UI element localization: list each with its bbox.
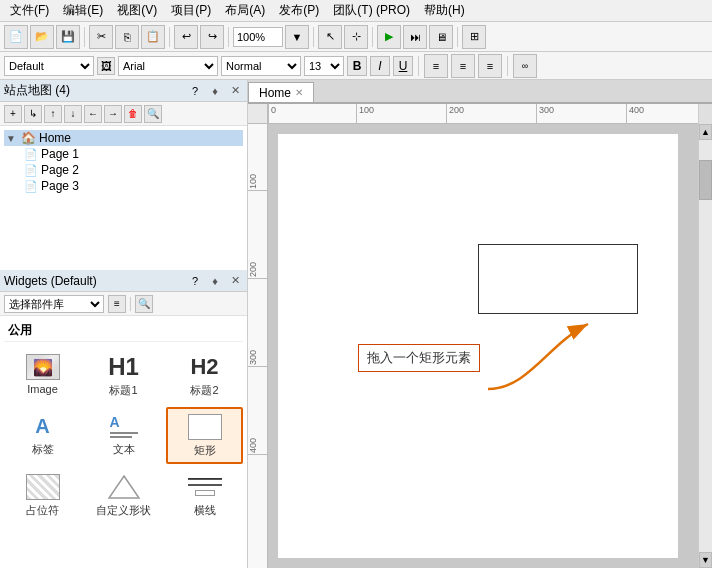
tab-home[interactable]: Home ✕ (248, 82, 314, 102)
redo-button[interactable]: ↪ (200, 25, 224, 49)
widgets-close-button[interactable]: ✕ (227, 273, 243, 289)
color-button[interactable]: ∞ (513, 54, 537, 78)
ruler-horizontal: 0 100 200 300 400 (268, 104, 698, 124)
menu-team[interactable]: 团队(T) (PRO) (327, 0, 416, 21)
home-icon: 🏠 (21, 131, 36, 145)
select2-button[interactable]: ⊹ (344, 25, 368, 49)
tree-node-page2[interactable]: 📄 Page 2 (4, 162, 243, 178)
play2-button[interactable]: ⏭ (403, 25, 427, 49)
size-select[interactable]: 13 (304, 56, 344, 76)
menu-layout[interactable]: 布局(A) (219, 0, 271, 21)
cut-button[interactable]: ✂ (89, 25, 113, 49)
menu-publish[interactable]: 发布(P) (273, 0, 325, 21)
widget-custom-shape[interactable]: 自定义形状 (85, 468, 162, 523)
underline-button[interactable]: U (393, 56, 413, 76)
menu-edit[interactable]: 编辑(E) (57, 0, 109, 21)
widgets-help-button[interactable]: ? (187, 273, 203, 289)
sitemap-add-child-button[interactable]: ↳ (24, 105, 42, 123)
select-button[interactable]: ↖ (318, 25, 342, 49)
widgets-menu-button[interactable]: ≡ (108, 295, 126, 313)
menu-file[interactable]: 文件(F) (4, 0, 55, 21)
paste-button[interactable]: 📋 (141, 25, 165, 49)
sitemap-down-button[interactable]: ↓ (64, 105, 82, 123)
sitemap-search-button[interactable]: 🔍 (144, 105, 162, 123)
align-center-button[interactable]: ≡ (451, 54, 475, 78)
tree-node-page3[interactable]: 📄 Page 3 (4, 178, 243, 194)
sitemap-delete-button[interactable]: 🗑 (124, 105, 142, 123)
ruler-v-tick-400: 400 (248, 438, 268, 455)
bold-button[interactable]: B (347, 56, 367, 76)
widget-h2[interactable]: H2 标题2 (166, 348, 243, 403)
sitemap-title: 站点地图 (4) (4, 82, 183, 99)
undo-button[interactable]: ↩ (174, 25, 198, 49)
page2-icon: 📄 (24, 164, 38, 177)
widget-hline[interactable]: 横线 (166, 468, 243, 523)
rect-icon-shape (188, 414, 222, 440)
widgets-title: Widgets (Default) (4, 274, 183, 288)
sitemap-add-button[interactable]: + (4, 105, 22, 123)
save-button[interactable]: 💾 (56, 25, 80, 49)
vertical-scrollbar[interactable]: ▲ ▼ (698, 124, 712, 568)
preview-button[interactable]: 🖥 (429, 25, 453, 49)
widgets-panel: Widgets (Default) ? ♦ ✕ 选择部件库 ≡ 🔍 公用 (0, 270, 247, 568)
style-icon-button[interactable]: 🖼 (97, 57, 115, 75)
font-select[interactable]: Arial (118, 56, 218, 76)
widgets-sep (130, 297, 131, 311)
sitemap-move-right-button[interactable]: → (104, 105, 122, 123)
scrollbar-up-button[interactable]: ▲ (699, 124, 712, 140)
align-left-button[interactable]: ≡ (424, 54, 448, 78)
ruler-v-tick-200: 200 (248, 262, 268, 279)
hline-mid (188, 484, 222, 486)
style-select[interactable]: Default (4, 56, 94, 76)
new-button[interactable]: 📄 (4, 25, 28, 49)
open-button[interactable]: 📂 (30, 25, 54, 49)
sep8 (507, 56, 508, 76)
sitemap-pin-button[interactable]: ♦ (207, 83, 223, 99)
zoom-dropdown-button[interactable]: ▼ (285, 25, 309, 49)
widget-rect[interactable]: 矩形 (166, 407, 243, 464)
widgets-library-select[interactable]: 选择部件库 (4, 295, 104, 313)
widget-custom-shape-icon (106, 473, 142, 501)
tab-home-close[interactable]: ✕ (295, 87, 303, 98)
scrollbar-down-button[interactable]: ▼ (699, 552, 712, 568)
normal-select[interactable]: Normal (221, 56, 301, 76)
hline-top (188, 478, 222, 480)
widget-placeholder[interactable]: 占位符 (4, 468, 81, 523)
menu-help[interactable]: 帮助(H) (418, 0, 471, 21)
text-icon-lines: A (108, 412, 140, 440)
sep1 (84, 27, 85, 47)
italic-button[interactable]: I (370, 56, 390, 76)
ruler-h-tick-200: 200 (446, 104, 464, 124)
tab-home-label: Home (259, 86, 291, 100)
grid-button[interactable]: ⊞ (462, 25, 486, 49)
menu-project[interactable]: 项目(P) (165, 0, 217, 21)
play-button[interactable]: ▶ (377, 25, 401, 49)
tree-node-page1[interactable]: 📄 Page 1 (4, 146, 243, 162)
scrollbar-thumb[interactable] (699, 160, 712, 200)
sitemap-header: 站点地图 (4) ? ♦ ✕ (0, 80, 247, 102)
align-right-button[interactable]: ≡ (478, 54, 502, 78)
widget-label[interactable]: A 标签 (4, 407, 81, 464)
tree-label-home: Home (39, 131, 71, 145)
zoom-input[interactable] (233, 27, 283, 47)
custom-shape-svg (107, 474, 141, 500)
ruler-v-tick-100: 100 (248, 174, 268, 191)
sitemap-help-button[interactable]: ? (187, 83, 203, 99)
widget-image-label: Image (27, 383, 58, 395)
tab-bar: Home ✕ (248, 80, 712, 104)
widget-rect-icon (187, 413, 223, 441)
widgets-search-button[interactable]: 🔍 (135, 295, 153, 313)
menu-view[interactable]: 视图(V) (111, 0, 163, 21)
widget-h1[interactable]: H1 标题1 (85, 348, 162, 403)
sitemap-close-button[interactable]: ✕ (227, 83, 243, 99)
menu-bar: 文件(F) 编辑(E) 视图(V) 项目(P) 布局(A) 发布(P) 团队(T… (0, 0, 712, 22)
sitemap-up-button[interactable]: ↑ (44, 105, 62, 123)
sitemap-move-left-button[interactable]: ← (84, 105, 102, 123)
tree-node-home[interactable]: ▼ 🏠 Home (4, 130, 243, 146)
copy-button[interactable]: ⎘ (115, 25, 139, 49)
widgets-pin-button[interactable]: ♦ (207, 273, 223, 289)
widget-image[interactable]: 🌄 Image (4, 348, 81, 403)
canvas-viewport[interactable]: 拖入一个矩形元素 (268, 124, 698, 568)
canvas-widget-rect[interactable] (478, 244, 638, 314)
widget-text[interactable]: A 文本 (85, 407, 162, 464)
